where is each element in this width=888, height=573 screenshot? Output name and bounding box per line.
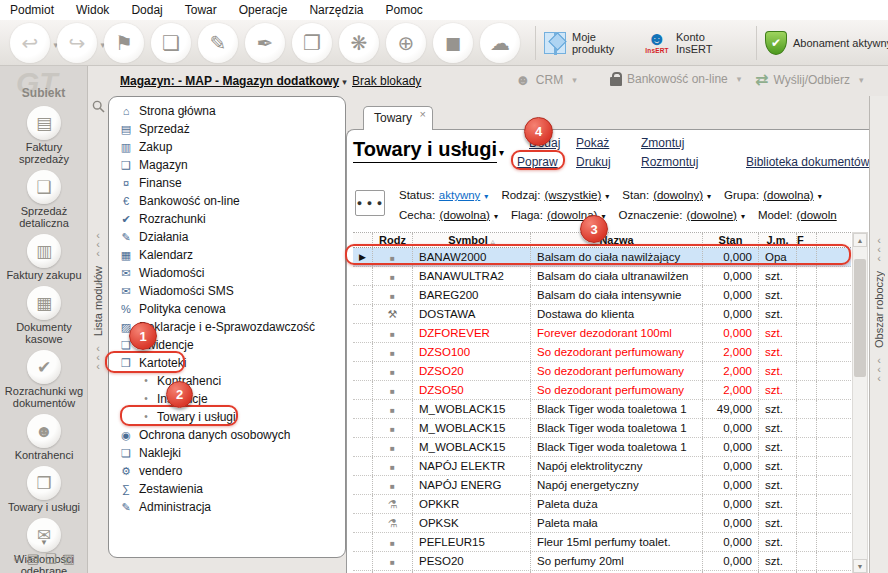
sidebar-module-button[interactable]: ❑ Sprzedaż detaliczna: [3, 170, 85, 229]
tree-item[interactable]: ⌂ Strona główna: [109, 102, 345, 120]
table-row[interactable]: ■ DZSO100 So dezodorant perfumowany 2,00…: [353, 343, 851, 362]
table-row[interactable]: ■ PESO20 So perfumy 20ml 0,000 szt.: [353, 552, 851, 571]
toolbar-button[interactable]: ✒ ▾: [245, 23, 285, 63]
table-row[interactable]: ■ DZSO20 So dezodorant perfumowany 2,000…: [353, 362, 851, 381]
toolbar-button[interactable]: ↩ ▾: [10, 23, 50, 63]
toolbar-button[interactable]: ❋ ▾: [339, 23, 379, 63]
tab-close-icon[interactable]: ×: [420, 108, 426, 120]
collapse-chevrons-icon[interactable]: ‹‹‹: [96, 231, 100, 258]
tree-item[interactable]: ✎ Działania: [109, 228, 345, 246]
tree-item[interactable]: ▤ Sprzedaż: [109, 120, 345, 138]
sidebar-module-button[interactable]: ✔ Rozrachunki wg dokumentów: [3, 350, 85, 409]
scrollbar-thumb[interactable]: [854, 259, 866, 377]
table-row[interactable]: ■ NAPÓJ ELEKTR Napój elektrolityczny 0,0…: [353, 457, 851, 476]
more-filters-button[interactable]: ● ● ●: [355, 190, 385, 216]
tree-item[interactable]: ∑ Zestawienia: [109, 480, 345, 498]
collapse-chevrons-icon[interactable]: ‹‹‹: [877, 236, 881, 263]
collapse-chevrons-icon[interactable]: ‹‹‹: [877, 356, 881, 383]
filter-control[interactable]: Status: aktywny ▾: [399, 189, 488, 207]
scroll-up-button[interactable]: ▲: [853, 233, 867, 247]
action-popraw[interactable]: Popraw: [517, 155, 558, 169]
toolbar-button[interactable]: ☁ ▾: [480, 23, 520, 63]
action-biblioteka[interactable]: Biblioteka dokumentów: [746, 155, 869, 169]
toolbar-button[interactable]: ⚑ ▾: [104, 23, 144, 63]
menu-item[interactable]: Narzędzia: [309, 3, 363, 17]
table-row[interactable]: ■ PEFLEUR15 Fleur 15ml perfumy toalet. 0…: [353, 533, 851, 552]
tree-item[interactable]: • Towary i usługi: [109, 408, 345, 426]
mini-sales-icon[interactable]: ▤: [27, 551, 39, 567]
toolbar-button[interactable]: ⊕ ▾: [386, 23, 426, 63]
tree-item[interactable]: ⚙ vendero: [109, 462, 345, 480]
tree-item[interactable]: • Kontrahenci: [109, 372, 345, 390]
tab-towary[interactable]: Towary ×: [363, 106, 433, 130]
lock-status-link[interactable]: Brak blokady: [352, 74, 421, 88]
collapse-chevrons-icon[interactable]: ‹‹‹: [96, 344, 100, 371]
tree-item[interactable]: ✎ Administracja: [109, 498, 345, 516]
mini-basket-icon[interactable]: ❑: [45, 551, 57, 567]
action-rozmontuj[interactable]: Rozmontuj: [641, 155, 698, 169]
toolbar-button[interactable]: ◼ ▾: [433, 23, 473, 63]
action-zmontuj[interactable]: Zmontuj: [641, 136, 684, 150]
filter-control[interactable]: Oznaczenie: (dowolne) ▾: [618, 209, 744, 227]
mini-box-icon[interactable]: ▥: [63, 551, 75, 567]
menu-item[interactable]: Towar: [185, 3, 217, 17]
tree-item[interactable]: ❏ Naklejki: [109, 444, 345, 462]
header-rodz[interactable]: Rodz: [373, 233, 413, 247]
table-row[interactable]: ⚒ DOSTAWA Dostawa do klienta 0,000 szt.: [353, 305, 851, 324]
tree-item[interactable]: ❑ Magazyn: [109, 156, 345, 174]
sidebar-module-button[interactable]: ❒ Towary i usługi: [3, 466, 85, 513]
table-row[interactable]: ■ M_WOBLACK15 Black Tiger woda toaletowa…: [353, 400, 851, 419]
tree-item[interactable]: ✔ Rozrachunki: [109, 210, 345, 228]
vertical-scrollbar[interactable]: ▲ ▼: [852, 232, 868, 573]
modules-strip-label[interactable]: Lista modułów: [92, 266, 104, 336]
filter-control[interactable]: Model: (dowoln ▾: [758, 209, 837, 227]
toolbar-button[interactable]: ✎ ▾: [198, 23, 238, 63]
page-title[interactable]: Towary i usługi: [353, 138, 497, 163]
tree-item[interactable]: ✉ Wiadomości: [109, 264, 345, 282]
table-row[interactable]: ⚗ OPKKR Paleta duża 0,000 szt.: [353, 495, 851, 514]
header-nazwa[interactable]: Nazwa: [531, 233, 703, 247]
filter-control[interactable]: Cecha: (dowolna) ▾: [399, 209, 498, 227]
table-row[interactable]: ■ NAPÓJ ENERG Napój energetyczny 0,000 s…: [353, 476, 851, 495]
table-row[interactable]: ■ DZSO50 So dezodorant perfumowany 2,000…: [353, 381, 851, 400]
tree-item[interactable]: ❒ Kartoteki: [109, 354, 345, 372]
table-row[interactable]: ■ M_WOBLACK15 Black Tiger woda toaletowa…: [353, 438, 851, 457]
table-row[interactable]: ⚗ OPKSK Paleta mała 0,000 szt.: [353, 514, 851, 533]
menu-item[interactable]: Operacje: [239, 3, 288, 17]
toolbar-button[interactable]: ❐ ▾: [292, 23, 332, 63]
tree-item[interactable]: % Polityka cenowa: [109, 300, 345, 318]
scroll-down-button[interactable]: ▼: [853, 559, 867, 573]
header-stan[interactable]: Stan: [703, 233, 759, 247]
tree-item[interactable]: ◉ Ochrona danych osobowych: [109, 426, 345, 444]
table-row[interactable]: ■ M_WOBLACK15 Black Tiger woda toaletowa…: [353, 419, 851, 438]
tree-item[interactable]: ▦ Kalendarz: [109, 246, 345, 264]
tree-item[interactable]: ¤ Finanse: [109, 174, 345, 192]
sidebar-module-button[interactable]: ▤ Faktury sprzedaży: [3, 106, 85, 165]
send-receive-menu[interactable]: ⇄ Wyślij/Odbierz ▾: [755, 72, 864, 88]
filter-control[interactable]: Stan: (dowolny) ▾: [622, 189, 711, 207]
tree-item[interactable]: € Bankowość on-line: [109, 192, 345, 210]
moje-produkty-button[interactable]: Moje produkty: [544, 31, 628, 55]
abonament-status[interactable]: ✔ Abonament aktywny: [765, 31, 888, 55]
konto-insert-button[interactable]: ☻ InsERT Konto InsERT: [644, 31, 732, 55]
warehouse-selector[interactable]: Magazyn: - MAP - Magazyn dodatkowy▾: [120, 74, 347, 88]
toolbar-button[interactable]: ❏ ▾: [151, 23, 191, 63]
action-pokaz[interactable]: Pokaż: [576, 136, 609, 150]
sidebar-more-arrow-icon[interactable]: ▼: [0, 538, 88, 547]
tree-item[interactable]: • Instytucje: [109, 390, 345, 408]
menu-item[interactable]: Widok: [76, 3, 109, 17]
workspace-strip-label[interactable]: Obszar roboczy: [873, 271, 885, 348]
online-banking-menu[interactable]: Bankowość on-line ▾: [610, 72, 741, 86]
table-row[interactable]: ■ BANAWULTRA2 Balsam do ciała ultranawil…: [353, 267, 851, 286]
filter-control[interactable]: Grupa: (dowolna) ▾: [724, 189, 822, 207]
table-row[interactable]: ▶ ■ BANAW2000 Balsam do ciała nawilżając…: [353, 248, 851, 267]
title-dropdown-arrow-icon[interactable]: ▾: [499, 147, 504, 158]
tree-item[interactable]: ▥ Zakup: [109, 138, 345, 156]
header-jm[interactable]: J.m.: [759, 233, 797, 247]
table-row[interactable]: ■ BAREG200 Balsam do ciała intensywnie 0…: [353, 286, 851, 305]
toolbar-button[interactable]: ↪ ▾: [57, 23, 97, 63]
filter-control[interactable]: Rodzaj: (wszystkie) ▾: [501, 189, 609, 207]
menu-item[interactable]: Pomoc: [385, 3, 422, 17]
sidebar-module-button[interactable]: ☻ Kontrahenci: [3, 414, 85, 461]
action-drukuj[interactable]: Drukuj: [576, 155, 611, 169]
